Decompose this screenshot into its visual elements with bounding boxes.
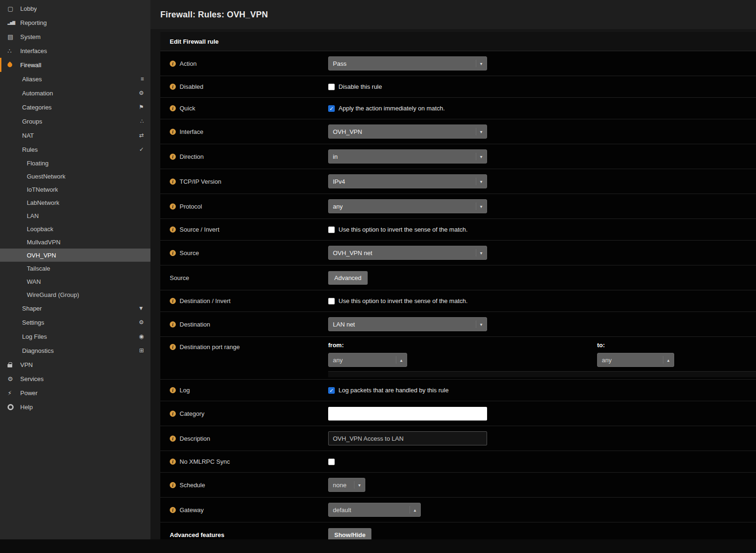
field-label-wrap: i Gateway: [170, 506, 328, 514]
no-xmlrpc-checkbox[interactable]: [328, 459, 335, 465]
sidebar-item-automation[interactable]: Automation ⚙: [0, 86, 150, 100]
info-icon[interactable]: i: [170, 154, 176, 160]
sidebar-item-guestnetwork[interactable]: GuestNetwork: [0, 170, 150, 183]
info-icon[interactable]: i: [170, 250, 176, 256]
field-label: Interface: [180, 128, 204, 135]
sidebar-item-log-files[interactable]: Log Files ◉: [0, 329, 150, 343]
form-row-destination: i Destination LAN net ▾: [160, 312, 756, 337]
selected-value: OVH_VPN net: [333, 249, 372, 257]
field-control: LAN net ▾: [328, 317, 756, 331]
sidebar-item-wireguard-group[interactable]: WireGuard (Group): [0, 288, 150, 301]
quick-checkbox[interactable]: ✓: [328, 105, 335, 112]
log-checkbox[interactable]: ✓: [328, 387, 335, 394]
destination-select[interactable]: LAN net ▾: [328, 317, 487, 331]
sidebar-item-system[interactable]: ▤ System: [0, 30, 150, 44]
port-from-label: from:: [328, 342, 597, 349]
field-label-wrap: i No XMLRPC Sync: [170, 458, 328, 465]
info-icon[interactable]: i: [170, 84, 176, 90]
field-control: default ▴: [328, 503, 756, 517]
sidebar-item-loopback[interactable]: Loopback: [0, 222, 150, 235]
field-label-wrap: i Direction: [170, 153, 328, 160]
info-icon[interactable]: i: [170, 387, 176, 393]
info-icon[interactable]: i: [170, 105, 176, 111]
sidebar-item-lobby[interactable]: ▢ Lobby: [0, 1, 150, 16]
action-select[interactable]: Pass ▾: [328, 56, 487, 70]
field-label: Protocol: [180, 203, 202, 210]
sidebar-item-reporting[interactable]: ▂▅▇ Reporting: [0, 16, 150, 30]
sidebar-item-categories[interactable]: Categories ⚑: [0, 100, 150, 114]
form-row-destination-invert: i Destination / Invert Use this option t…: [160, 290, 756, 312]
gears-icon: ⚙: [139, 319, 144, 326]
ip-version-select[interactable]: IPv4 ▾: [328, 174, 487, 188]
sidebar-item-interfaces[interactable]: ∴ Interfaces: [0, 44, 150, 58]
info-icon[interactable]: i: [170, 507, 176, 513]
selected-value: any: [333, 203, 343, 210]
sidebar-item-rules[interactable]: Rules ✓: [0, 142, 150, 156]
table-icon: ≡: [141, 76, 144, 82]
sidebar-item-nat[interactable]: NAT ⇄: [0, 128, 150, 142]
flame-icon: [8, 62, 20, 67]
sidebar-item-labnetwork[interactable]: LabNetwork: [0, 196, 150, 209]
port-from-select[interactable]: any ▴: [328, 353, 407, 367]
protocol-select[interactable]: any ▾: [328, 199, 487, 213]
source-advanced-button[interactable]: Advanced: [328, 271, 368, 285]
field-label: Source / Invert: [180, 226, 220, 233]
sidebar-item-floating[interactable]: Floating: [0, 156, 150, 170]
sidebar-item-shaper[interactable]: Shaper ▼: [0, 301, 150, 315]
field-label-wrap: i Source: [170, 249, 328, 257]
sidebar-item-settings[interactable]: Settings ⚙: [0, 315, 150, 329]
medkit-icon: ⊞: [139, 347, 144, 354]
info-icon[interactable]: i: [170, 179, 176, 185]
sidebar-item-label: Automation: [22, 90, 139, 97]
sidebar-item-wan[interactable]: WAN: [0, 275, 150, 288]
sidebar-item-ovh-vpn[interactable]: OVH_VPN: [0, 249, 150, 262]
sidebar-item-power[interactable]: ⚡ Power: [0, 386, 150, 400]
info-icon[interactable]: i: [170, 298, 176, 304]
show-hide-advanced-button[interactable]: Show/Hide: [328, 528, 371, 540]
sidebar-item-label: Lobby: [20, 5, 37, 12]
info-icon[interactable]: i: [170, 226, 176, 233]
info-icon[interactable]: i: [170, 129, 176, 135]
info-icon[interactable]: i: [170, 321, 176, 327]
info-icon[interactable]: i: [170, 344, 176, 350]
eye-icon: ◉: [139, 333, 144, 340]
info-icon[interactable]: i: [170, 482, 176, 488]
sidebar-item-firewall[interactable]: Firewall: [0, 58, 150, 72]
sidebar-item-mullvadvpn[interactable]: MullvadVPN: [0, 235, 150, 249]
sidebar-item-lan[interactable]: LAN: [0, 209, 150, 222]
info-icon[interactable]: i: [170, 436, 176, 442]
info-icon[interactable]: i: [170, 459, 176, 465]
form-row-action: i Action Pass ▾: [160, 51, 756, 76]
port-to-select[interactable]: any ▴: [597, 353, 674, 367]
field-label: Quick: [180, 105, 195, 112]
category-input[interactable]: [328, 407, 487, 421]
schedule-select[interactable]: none ▾: [328, 478, 365, 492]
sidebar-item-services[interactable]: ⚙ Services: [0, 372, 150, 386]
description-input[interactable]: [328, 431, 487, 445]
field-label-wrap: i Action: [170, 60, 328, 67]
info-icon[interactable]: i: [170, 203, 176, 210]
direction-select[interactable]: in ▾: [328, 149, 487, 164]
life-ring-icon: [8, 404, 20, 410]
destination-invert-checkbox[interactable]: [328, 298, 335, 304]
sidebar-item-iotnetwork[interactable]: IoTNetwork: [0, 183, 150, 196]
source-select[interactable]: OVH_VPN net ▾: [328, 246, 487, 260]
form-row-schedule: i Schedule none ▾: [160, 473, 756, 498]
disabled-checkbox[interactable]: [328, 84, 335, 90]
form-row-source-advanced: Source Advanced: [160, 265, 756, 290]
sidebar-item-vpn[interactable]: VPN: [0, 358, 150, 372]
field-control: Use this option to invert the sense of t…: [328, 226, 756, 233]
sidebar-item-help[interactable]: Help: [0, 400, 150, 414]
sidebar-item-tailscale[interactable]: Tailscale: [0, 262, 150, 275]
sidebar-item-groups[interactable]: Groups ∴: [0, 114, 150, 128]
sitemap-icon: ∴: [140, 118, 144, 125]
info-icon[interactable]: i: [170, 411, 176, 417]
sidebar-item-diagnostics[interactable]: Diagnostics ⊞: [0, 343, 150, 358]
gateway-select[interactable]: default ▴: [328, 503, 421, 517]
info-icon[interactable]: i: [170, 61, 176, 67]
source-invert-checkbox[interactable]: [328, 226, 335, 233]
form-row-ip-version: i TCP/IP Version IPv4 ▾: [160, 169, 756, 194]
sidebar-item-aliases[interactable]: Aliases ≡: [0, 72, 150, 86]
interface-select[interactable]: OVH_VPN ▾: [328, 125, 487, 139]
caret-down-icon: ▾: [476, 153, 482, 160]
